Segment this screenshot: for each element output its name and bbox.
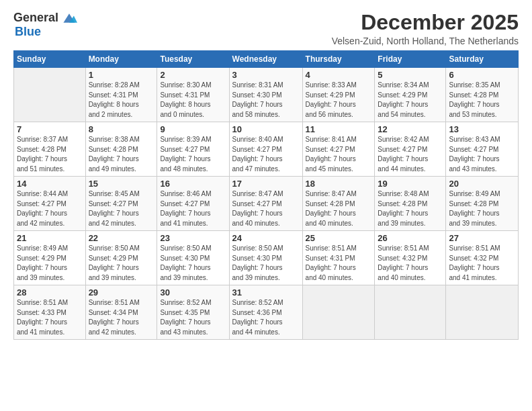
day-number: 4 (306, 70, 372, 80)
day-info: Sunrise: 8:28 AMSunset: 4:31 PMDaylight:… (89, 81, 154, 120)
calendar-week-row: 7Sunrise: 8:37 AMSunset: 4:28 PMDaylight… (14, 122, 519, 177)
weekday-header-tuesday: Tuesday (157, 51, 229, 68)
calendar-cell: 31Sunrise: 8:52 AMSunset: 4:36 PMDayligh… (229, 285, 302, 340)
calendar-cell (375, 285, 446, 340)
day-number: 8 (89, 124, 154, 134)
location-title: Velsen-Zuid, North Holland, The Netherla… (332, 36, 519, 46)
day-number: 14 (17, 179, 83, 189)
day-number: 27 (449, 233, 515, 243)
calendar-cell: 6Sunrise: 8:35 AMSunset: 4:28 PMDaylight… (446, 68, 519, 122)
day-info: Sunrise: 8:45 AMSunset: 4:27 PMDaylight:… (89, 189, 154, 228)
day-number: 12 (378, 124, 443, 134)
weekday-header-wednesday: Wednesday (229, 51, 302, 68)
calendar-cell (446, 285, 519, 340)
day-info: Sunrise: 8:43 AMSunset: 4:27 PMDaylight:… (449, 135, 515, 174)
day-info: Sunrise: 8:31 AMSunset: 4:30 PMDaylight:… (232, 81, 300, 120)
calendar-cell: 26Sunrise: 8:51 AMSunset: 4:32 PMDayligh… (375, 231, 446, 285)
day-number: 19 (378, 179, 443, 189)
day-info: Sunrise: 8:51 AMSunset: 4:32 PMDaylight:… (378, 244, 443, 283)
day-info: Sunrise: 8:46 AMSunset: 4:27 PMDaylight:… (160, 189, 226, 228)
calendar-cell (302, 285, 375, 340)
calendar-cell: 19Sunrise: 8:48 AMSunset: 4:28 PMDayligh… (375, 177, 446, 231)
day-number: 30 (160, 287, 226, 298)
day-info: Sunrise: 8:34 AMSunset: 4:29 PMDaylight:… (378, 81, 443, 120)
day-info: Sunrise: 8:47 AMSunset: 4:28 PMDaylight:… (306, 189, 372, 228)
day-info: Sunrise: 8:51 AMSunset: 4:32 PMDaylight:… (449, 244, 515, 283)
calendar-cell: 9Sunrise: 8:39 AMSunset: 4:27 PMDaylight… (157, 122, 229, 177)
day-info: Sunrise: 8:39 AMSunset: 4:27 PMDaylight:… (160, 135, 226, 174)
calendar-week-row: 28Sunrise: 8:51 AMSunset: 4:33 PMDayligh… (14, 285, 519, 340)
day-number: 9 (160, 124, 226, 134)
day-info: Sunrise: 8:47 AMSunset: 4:27 PMDaylight:… (232, 189, 300, 228)
day-info: Sunrise: 8:37 AMSunset: 4:28 PMDaylight:… (17, 135, 83, 174)
calendar-cell: 18Sunrise: 8:47 AMSunset: 4:28 PMDayligh… (302, 177, 375, 231)
calendar-cell: 24Sunrise: 8:50 AMSunset: 4:30 PMDayligh… (229, 231, 302, 285)
calendar-cell: 20Sunrise: 8:49 AMSunset: 4:28 PMDayligh… (446, 177, 519, 231)
day-number: 16 (160, 179, 226, 189)
day-number: 29 (89, 287, 154, 298)
calendar-week-row: 1Sunrise: 8:28 AMSunset: 4:31 PMDaylight… (14, 68, 519, 122)
calendar-table: SundayMondayTuesdayWednesdayThursdayFrid… (13, 50, 519, 340)
calendar-week-row: 21Sunrise: 8:49 AMSunset: 4:29 PMDayligh… (14, 231, 519, 285)
day-info: Sunrise: 8:51 AMSunset: 4:33 PMDaylight:… (17, 298, 83, 337)
calendar-cell: 23Sunrise: 8:50 AMSunset: 4:30 PMDayligh… (157, 231, 229, 285)
day-number: 11 (306, 124, 372, 134)
day-number: 25 (306, 233, 372, 243)
day-info: Sunrise: 8:50 AMSunset: 4:29 PMDaylight:… (89, 244, 154, 283)
day-info: Sunrise: 8:42 AMSunset: 4:27 PMDaylight:… (378, 135, 443, 174)
calendar-cell: 13Sunrise: 8:43 AMSunset: 4:27 PMDayligh… (446, 122, 519, 177)
day-info: Sunrise: 8:49 AMSunset: 4:28 PMDaylight:… (449, 189, 515, 228)
logo-blue-text: Blue (15, 26, 41, 39)
page: General Blue December 2025 Velsen-Zuid, … (0, 0, 532, 347)
day-info: Sunrise: 8:30 AMSunset: 4:31 PMDaylight:… (160, 81, 226, 120)
day-number: 13 (449, 124, 515, 134)
calendar-cell: 17Sunrise: 8:47 AMSunset: 4:27 PMDayligh… (229, 177, 302, 231)
day-number: 21 (17, 233, 83, 243)
day-info: Sunrise: 8:49 AMSunset: 4:29 PMDaylight:… (17, 244, 83, 283)
calendar-cell: 21Sunrise: 8:49 AMSunset: 4:29 PMDayligh… (14, 231, 86, 285)
month-title: December 2025 (332, 11, 519, 34)
day-number: 10 (232, 124, 300, 134)
calendar-cell: 8Sunrise: 8:38 AMSunset: 4:28 PMDaylight… (85, 122, 157, 177)
calendar-week-row: 14Sunrise: 8:44 AMSunset: 4:27 PMDayligh… (14, 177, 519, 231)
header: General Blue December 2025 Velsen-Zuid, … (13, 11, 519, 46)
day-info: Sunrise: 8:50 AMSunset: 4:30 PMDaylight:… (232, 244, 300, 283)
day-info: Sunrise: 8:51 AMSunset: 4:34 PMDaylight:… (89, 298, 154, 337)
calendar-cell: 1Sunrise: 8:28 AMSunset: 4:31 PMDaylight… (85, 68, 157, 122)
day-number: 20 (449, 179, 515, 189)
day-info: Sunrise: 8:41 AMSunset: 4:27 PMDaylight:… (306, 135, 372, 174)
day-number: 22 (89, 233, 154, 243)
logo-icon (61, 11, 77, 26)
calendar-cell: 29Sunrise: 8:51 AMSunset: 4:34 PMDayligh… (85, 285, 157, 340)
calendar-cell: 25Sunrise: 8:51 AMSunset: 4:31 PMDayligh… (302, 231, 375, 285)
calendar-cell: 4Sunrise: 8:33 AMSunset: 4:29 PMDaylight… (302, 68, 375, 122)
day-info: Sunrise: 8:40 AMSunset: 4:27 PMDaylight:… (232, 135, 300, 174)
calendar-cell: 11Sunrise: 8:41 AMSunset: 4:27 PMDayligh… (302, 122, 375, 177)
title-block: December 2025 Velsen-Zuid, North Holland… (332, 11, 519, 46)
weekday-header-row: SundayMondayTuesdayWednesdayThursdayFrid… (14, 51, 519, 68)
weekday-header-sunday: Sunday (14, 51, 86, 68)
calendar-cell: 22Sunrise: 8:50 AMSunset: 4:29 PMDayligh… (85, 231, 157, 285)
day-info: Sunrise: 8:44 AMSunset: 4:27 PMDaylight:… (17, 189, 83, 228)
calendar-cell: 3Sunrise: 8:31 AMSunset: 4:30 PMDaylight… (229, 68, 302, 122)
day-info: Sunrise: 8:35 AMSunset: 4:28 PMDaylight:… (449, 81, 515, 120)
calendar-cell: 2Sunrise: 8:30 AMSunset: 4:31 PMDaylight… (157, 68, 229, 122)
day-info: Sunrise: 8:50 AMSunset: 4:30 PMDaylight:… (160, 244, 226, 283)
weekday-header-friday: Friday (375, 51, 446, 68)
calendar-cell: 10Sunrise: 8:40 AMSunset: 4:27 PMDayligh… (229, 122, 302, 177)
calendar-cell: 16Sunrise: 8:46 AMSunset: 4:27 PMDayligh… (157, 177, 229, 231)
day-number: 7 (17, 124, 83, 134)
day-info: Sunrise: 8:52 AMSunset: 4:36 PMDaylight:… (232, 298, 300, 337)
day-number: 23 (160, 233, 226, 243)
day-info: Sunrise: 8:38 AMSunset: 4:28 PMDaylight:… (89, 135, 154, 174)
calendar-cell: 5Sunrise: 8:34 AMSunset: 4:29 PMDaylight… (375, 68, 446, 122)
calendar-cell: 30Sunrise: 8:52 AMSunset: 4:35 PMDayligh… (157, 285, 229, 340)
day-number: 15 (89, 179, 154, 189)
day-info: Sunrise: 8:51 AMSunset: 4:31 PMDaylight:… (306, 244, 372, 283)
day-number: 18 (306, 179, 372, 189)
calendar-cell: 12Sunrise: 8:42 AMSunset: 4:27 PMDayligh… (375, 122, 446, 177)
calendar-cell: 27Sunrise: 8:51 AMSunset: 4:32 PMDayligh… (446, 231, 519, 285)
day-number: 24 (232, 233, 300, 243)
day-number: 31 (232, 287, 300, 298)
day-number: 6 (449, 70, 515, 80)
